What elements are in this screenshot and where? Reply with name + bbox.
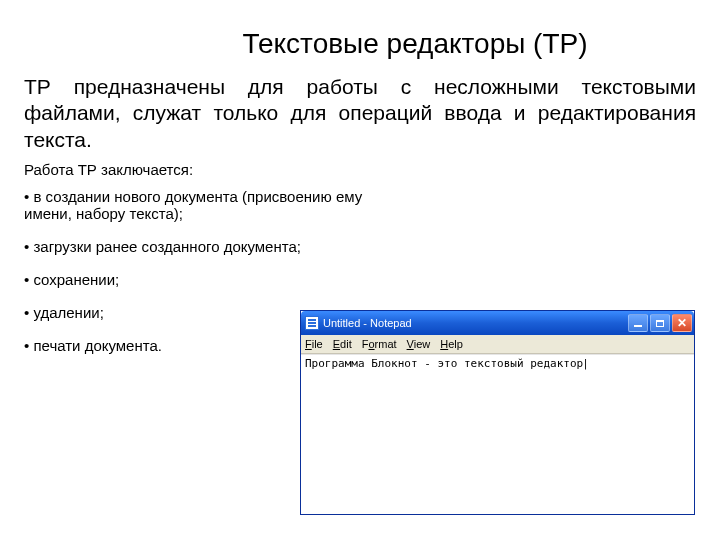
maximize-icon <box>656 320 664 327</box>
minimize-button[interactable] <box>628 314 648 332</box>
slide-title: Текстовые редакторы (ТР) <box>24 28 696 60</box>
maximize-button[interactable] <box>650 314 670 332</box>
window-title: Untitled - Notepad <box>323 317 628 329</box>
bullet-item: • загрузки ранее созданного документа; <box>24 238 384 255</box>
bullet-item: • в создании нового документа (присвоени… <box>24 188 384 222</box>
notepad-window: Untitled - Notepad ✕ File Edit Format Vi… <box>300 310 695 515</box>
menu-file[interactable]: File <box>305 338 323 350</box>
window-controls: ✕ <box>628 314 692 332</box>
menu-edit[interactable]: Edit <box>333 338 352 350</box>
slide: Текстовые редакторы (ТР) ТР предназначен… <box>0 0 720 540</box>
minimize-icon <box>634 325 642 327</box>
sub-heading: Работа ТР заключается: <box>24 161 696 178</box>
titlebar[interactable]: Untitled - Notepad ✕ <box>301 311 694 335</box>
close-button[interactable]: ✕ <box>672 314 692 332</box>
bullet-item: • сохранении; <box>24 271 384 288</box>
notepad-app-icon <box>305 316 319 330</box>
menu-help[interactable]: Help <box>440 338 463 350</box>
menu-view[interactable]: View <box>407 338 431 350</box>
intro-text: ТР предназначены для работы с несложными… <box>24 74 696 153</box>
close-icon: ✕ <box>677 317 687 329</box>
menubar: File Edit Format View Help <box>301 335 694 354</box>
text-content: Программа Блокнот - это текстовый редакт… <box>305 357 589 370</box>
menu-format[interactable]: Format <box>362 338 397 350</box>
text-area[interactable]: Программа Блокнот - это текстовый редакт… <box>301 354 694 515</box>
